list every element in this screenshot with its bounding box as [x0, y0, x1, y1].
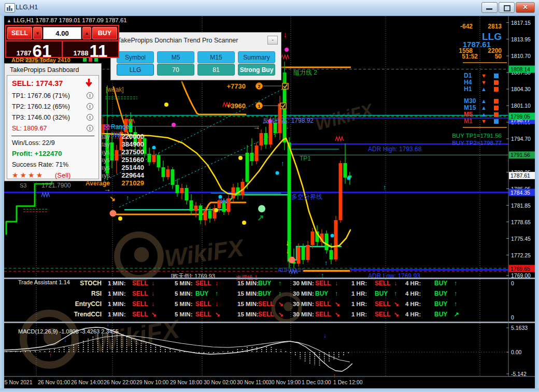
buy-button[interactable]: BUY [92, 27, 117, 39]
svg-text:1791.56: 1791.56 [510, 152, 530, 158]
svg-text:BUY: BUY [434, 300, 447, 308]
scanner-minimize-button[interactable]: - [267, 36, 278, 45]
svg-text:↓: ↓ [151, 300, 154, 308]
svg-text:30 MIN:: 30 MIN: [293, 291, 314, 297]
svg-text:1 HR:: 1 HR: [351, 291, 367, 297]
svg-text:↑: ↑ [278, 280, 281, 287]
minimize-button[interactable] [481, 2, 498, 13]
svg-text:4 HR:: 4 HR: [405, 280, 421, 286]
svg-text:30 MIN:: 30 MIN: [293, 280, 314, 286]
scanner-title: TakePropips Donchian Trend Pro Scanner [117, 37, 238, 44]
svg-text:229644: 229644 [122, 171, 145, 179]
svg-text:↑: ↑ [383, 183, 387, 191]
sell-arrow-down-icon [85, 79, 93, 89]
maximize-button[interactable] [499, 2, 515, 13]
svg-text:SELL: SELL [315, 311, 331, 318]
tp2-row: TP2: 1760.12 (65%) [12, 103, 70, 110]
buy-price[interactable]: 1788 11 [63, 41, 118, 59]
svg-text:1 MIN:: 1 MIN: [108, 291, 126, 297]
sell-price-big: 61 [33, 44, 52, 59]
candle-body [264, 133, 268, 144]
scanner-m5-value: 70 [157, 64, 194, 76]
tp2-info-icon[interactable]: ! [87, 103, 93, 110]
svg-text:+3960: +3960 [226, 102, 246, 110]
svg-text:↑: ↑ [333, 372, 336, 380]
volume-input[interactable] [43, 27, 81, 39]
svg-text:MACD(12,26,9) -1.0808 -3.4263: MACD(12,26,9) -1.0808 -3.4263 2.3455 [18, 328, 119, 335]
svg-text:BUY: BUY [434, 290, 447, 297]
candle-body [208, 211, 212, 219]
sell-button[interactable]: SELL [7, 27, 32, 39]
scanner-symbol-cell[interactable]: LLG [117, 64, 154, 76]
svg-text:1784.35: 1784.35 [510, 190, 530, 196]
scanner-header-m15[interactable]: M15 [197, 51, 235, 63]
svg-text:SELL: SELL [375, 280, 391, 287]
candle-body [255, 146, 259, 161]
tp1-info-icon[interactable]: ! [87, 92, 93, 99]
svg-text:2: 2 [258, 84, 260, 89]
svg-text:0: 0 [511, 280, 514, 286]
svg-text:↓: ↓ [151, 290, 154, 297]
svg-text:SELL: SELL [195, 300, 211, 308]
buy-price-small: 1788 [74, 49, 89, 57]
candle-body [302, 247, 305, 260]
svg-text:SELL: SELL [315, 300, 331, 308]
sell-price[interactable]: 1787 61 [6, 41, 62, 59]
scanner-m15-value: 81 [197, 64, 235, 76]
svg-text:ADR High: 1793.68: ADR High: 1793.68 [368, 146, 422, 153]
signal-checkbox-icon [282, 83, 288, 89]
svg-text:4 HR:: 4 HR: [405, 291, 421, 297]
timeframe-panel: -6422813LLG1787.611558220051:5250D1▼H4▼H… [459, 23, 507, 127]
candle-body [190, 200, 193, 211]
svg-text:1 HR:: 1 HR: [351, 311, 367, 317]
svg-text:▲: ▲ [481, 111, 487, 118]
svg-text:↘: ↘ [335, 300, 340, 308]
profit-row: Profit: +122470 [12, 150, 62, 157]
scanner-header-summary[interactable]: Summary [238, 51, 275, 63]
dashboard-divider [11, 136, 94, 136]
scanner-header-m5[interactable]: M5 [157, 51, 194, 63]
candle-body [204, 211, 207, 220]
close-button[interactable]: ✕ [516, 2, 535, 13]
svg-text:↘: ↘ [394, 311, 399, 318]
candle-body [115, 150, 119, 161]
svg-text:1772.25: 1772.25 [511, 252, 531, 258]
svg-text:↘: ↘ [335, 311, 340, 318]
svg-text:1794.70: 1794.70 [511, 136, 531, 142]
candle-body [110, 142, 114, 161]
tp3-row: TP3: 1746.00 (32%) [12, 114, 70, 121]
svg-text:↘: ↘ [278, 300, 283, 308]
svg-text:15 MIN:: 15 MIN: [237, 311, 259, 317]
svg-text:↘: ↘ [109, 194, 116, 202]
volume-up-button[interactable]: ▲ [82, 27, 91, 39]
svg-text:220000: 220000 [122, 133, 144, 140]
svg-text:1810.70: 1810.70 [511, 53, 531, 59]
svg-text:↑: ↑ [281, 159, 285, 167]
restore-icon [504, 5, 510, 11]
svg-text:↑: ↑ [454, 300, 457, 308]
svg-text:1: 1 [258, 104, 260, 109]
candle-body [166, 169, 170, 177]
svg-text:▲: ▲ [481, 86, 487, 92]
svg-text:H1: H1 [464, 85, 472, 93]
scanner-header-symbol[interactable]: Symbol [117, 51, 154, 63]
svg-text:1769.65: 1769.65 [510, 266, 530, 272]
svg-text:SELL: SELL [132, 280, 148, 287]
svg-text:-5.142: -5.142 [511, 371, 527, 377]
volume-down-button[interactable]: ▼ [33, 27, 42, 39]
svg-text:▲: ▲ [481, 105, 487, 111]
timeframe-state-icon [494, 74, 499, 78]
svg-text:BUY: BUY [315, 290, 328, 297]
candle-body [176, 185, 179, 193]
svg-text:SELL: SELL [132, 300, 148, 308]
svg-text:▼: ▼ [481, 79, 487, 85]
candle-body [260, 133, 263, 146]
svg-text:51:52: 51:52 [462, 53, 478, 60]
sl-info-icon[interactable]: ! [87, 125, 93, 132]
tp3-info-icon[interactable]: ! [87, 114, 93, 121]
svg-text:50: 50 [495, 53, 502, 60]
title-bar[interactable]: LLG,H1 ✕ [0, 0, 539, 16]
svg-text:多空分界线: 多空分界线 [291, 193, 322, 200]
timeframe-state-icon [494, 112, 499, 117]
svg-text:TrendCCI: TrendCCI [74, 311, 102, 318]
